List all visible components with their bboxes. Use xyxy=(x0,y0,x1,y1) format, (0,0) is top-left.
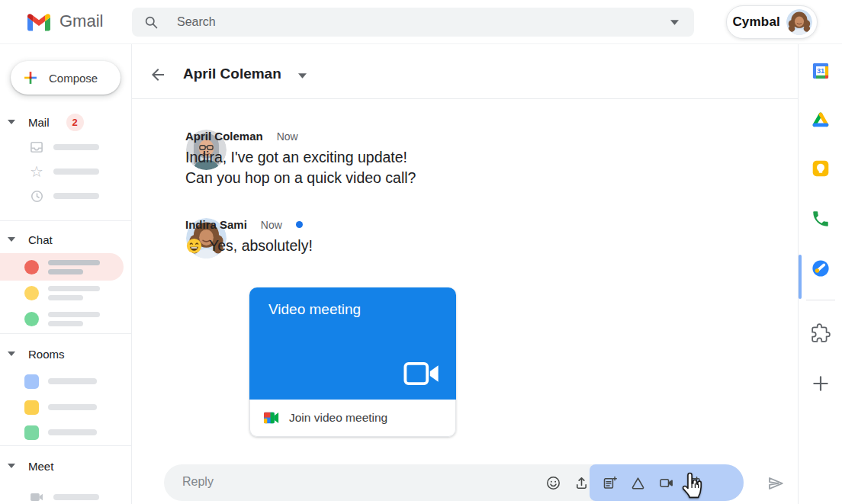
sidebar-divider xyxy=(0,445,132,446)
upload-icon[interactable] xyxy=(574,475,590,491)
room-item[interactable] xyxy=(0,420,132,445)
collapse-caret-icon[interactable] xyxy=(8,237,15,242)
sidebar-divider xyxy=(0,220,132,221)
reply-input[interactable]: Reply xyxy=(164,464,744,501)
chat-avatar-green xyxy=(24,312,39,326)
svg-text:31: 31 xyxy=(817,67,824,75)
message-sender: Indira Sami xyxy=(185,218,247,231)
video-card-title: Video meeting xyxy=(268,301,361,318)
sidebar-section-chat[interactable]: Chat xyxy=(0,232,132,247)
sidebar-section-meet[interactable]: Meet xyxy=(0,458,132,474)
mail-item-inbox[interactable] xyxy=(0,135,132,159)
collapse-caret-icon[interactable] xyxy=(8,352,15,356)
mail-item-starred[interactable]: ☆ xyxy=(0,159,132,184)
inbox-icon xyxy=(29,140,44,155)
account-brand-pill[interactable]: Cymbal xyxy=(726,5,818,39)
message-sender: April Coleman xyxy=(185,130,263,143)
video-meeting-card[interactable]: Video meeting Join video xyxy=(249,287,456,437)
videocam-icon xyxy=(29,490,44,504)
emoji-icon[interactable] xyxy=(545,475,561,491)
google-meet-icon xyxy=(263,411,279,425)
message-timestamp: Now xyxy=(261,219,282,231)
top-header: Gmail Search Cymbal xyxy=(0,0,842,44)
message-timestamp: Now xyxy=(277,130,298,143)
left-sidebar: Compose Mail 2 ☆ xyxy=(0,44,132,504)
compose-label: Compose xyxy=(49,72,98,85)
reply-placeholder: Reply xyxy=(182,475,214,489)
app-title: Gmail xyxy=(59,11,103,31)
collapse-caret-icon[interactable] xyxy=(8,120,15,124)
sidebar-divider xyxy=(0,333,132,334)
videocam-white-icon xyxy=(403,360,441,387)
clock-icon xyxy=(29,188,44,204)
room-avatar-green xyxy=(24,425,39,440)
chat-message: Indira Sami Now Yes, absolutely! xyxy=(185,218,313,256)
phone-call-icon[interactable] xyxy=(811,209,831,229)
collapse-caret-icon[interactable] xyxy=(8,464,15,468)
chat-message: April Coleman Now Indira, I've got an ex… xyxy=(185,130,416,188)
google-drive-icon[interactable] xyxy=(811,111,831,130)
room-avatar-yellow xyxy=(24,400,39,415)
join-video-meeting-label: Join video meeting xyxy=(289,411,387,425)
gmail-chat-app: Gmail Search Cymbal xyxy=(0,0,842,504)
chat-avatar-yellow xyxy=(24,286,39,300)
videocam-icon[interactable] xyxy=(658,475,674,491)
gmail-logo-icon[interactable] xyxy=(27,13,50,31)
conversation-title: April Coleman xyxy=(183,66,281,82)
room-avatar-blue xyxy=(24,374,39,389)
add-ons-puzzle-icon[interactable] xyxy=(811,323,831,343)
rail-divider xyxy=(806,300,835,300)
drive-icon[interactable] xyxy=(630,475,646,491)
section-label: Rooms xyxy=(28,348,65,361)
chat-avatar-red xyxy=(24,260,39,274)
message-line: Indira, I've got an exciting update! xyxy=(185,147,416,168)
google-keep-icon[interactable] xyxy=(811,159,831,178)
sidebar-section-rooms[interactable]: Rooms xyxy=(0,346,132,361)
search-input[interactable]: Search xyxy=(132,8,694,37)
back-arrow-icon[interactable] xyxy=(149,66,167,84)
chat-item[interactable] xyxy=(0,305,132,332)
join-video-meeting-button[interactable]: Join video meeting xyxy=(249,400,456,437)
send-icon[interactable] xyxy=(766,474,785,493)
brand-name: Cymbal xyxy=(732,14,780,30)
search-placeholder: Search xyxy=(177,15,670,29)
add-panel-plus-icon[interactable] xyxy=(811,374,831,393)
message-line: Can you hop on a quick video call? xyxy=(185,168,416,188)
scrollbar-thumb[interactable] xyxy=(799,255,802,299)
new-message-dot xyxy=(296,221,303,228)
chat-item-selected[interactable] xyxy=(0,253,124,281)
compose-button[interactable]: Compose xyxy=(11,61,121,95)
room-item[interactable] xyxy=(0,369,132,393)
mail-item-snoozed[interactable] xyxy=(0,184,132,208)
conversation-menu-caret-icon[interactable] xyxy=(298,73,307,79)
message-text: Yes, absolutely! xyxy=(209,236,313,256)
grinning-face-emoji xyxy=(185,237,203,255)
section-label: Mail xyxy=(28,116,50,129)
section-label: Chat xyxy=(28,233,53,246)
section-label: Meet xyxy=(28,460,53,473)
meet-item[interactable] xyxy=(0,485,132,504)
star-icon: ☆ xyxy=(29,164,44,179)
sidebar-section-mail[interactable]: Mail 2 xyxy=(0,114,132,130)
video-meeting-banner[interactable]: Video meeting xyxy=(249,287,456,400)
google-tasks-icon[interactable] xyxy=(811,258,831,278)
compose-plus-icon xyxy=(23,70,38,85)
hand-cursor xyxy=(679,471,705,500)
room-item[interactable] xyxy=(0,395,132,419)
unread-badge: 2 xyxy=(66,114,84,131)
search-icon xyxy=(143,14,159,30)
chat-item[interactable] xyxy=(0,279,132,307)
conversation-pane: April Coleman xyxy=(132,44,798,504)
user-avatar[interactable] xyxy=(786,9,812,35)
search-options-caret-icon[interactable] xyxy=(670,20,679,25)
conversation-header: April Coleman xyxy=(132,44,798,99)
right-side-panel: 31 xyxy=(798,44,842,504)
note-add-icon[interactable] xyxy=(602,475,618,491)
google-calendar-icon[interactable]: 31 xyxy=(811,61,831,81)
